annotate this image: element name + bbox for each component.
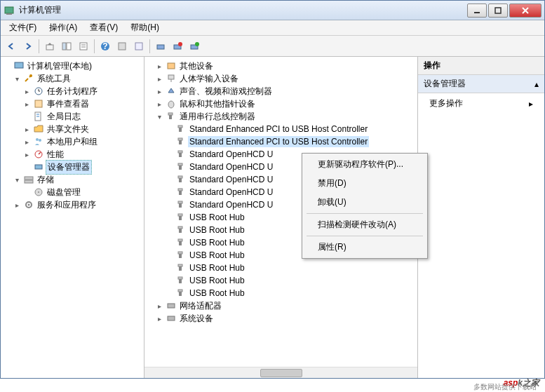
tree-event-viewer[interactable]: ▸事件查看器 [22,97,142,110]
svg-rect-14 [119,43,126,50]
svg-point-20 [195,42,199,46]
actions-header: 操作 [418,57,544,75]
expand-icon[interactable]: ▸ [154,302,164,310]
device-category-icon [175,149,187,160]
svg-point-22 [29,74,32,77]
svg-rect-16 [157,45,164,49]
device-category[interactable]: ▸系统设备 [154,312,417,325]
minimize-button[interactable] [467,4,487,18]
show-hide-button[interactable] [59,39,74,54]
device-category-icon [175,262,187,273]
expand-icon[interactable]: ▸ [22,138,32,146]
menu-view[interactable]: 查看(V) [84,20,123,35]
usb-device-item[interactable]: Standard Enhanced PCI to USB Host Contro… [164,123,417,135]
usb-device-item[interactable]: USB Root Hub [164,262,417,274]
tree-local-users[interactable]: ▸本地用户和组 [22,135,142,148]
device-category-icon [166,98,177,109]
collapse-icon[interactable]: ▾ [12,75,22,83]
svg-rect-9 [80,43,87,50]
collapse-icon[interactable]: ▾ [12,176,22,184]
svg-point-44 [168,101,174,108]
menu-action[interactable]: 操作(A) [43,20,83,35]
collapse-icon[interactable]: ▾ [154,113,164,121]
expand-icon[interactable]: ▸ [22,100,32,108]
device-category-icon [175,224,187,236]
clock-icon [33,86,44,97]
expand-icon[interactable]: ▸ [22,88,32,95]
tree-device-manager[interactable]: 设备管理器 [22,161,142,173]
svg-rect-72 [178,277,182,279]
expand-icon[interactable]: ▸ [12,201,22,209]
svg-rect-3 [495,8,501,13]
separator-icon [307,213,423,214]
device-category-icon [166,60,177,72]
ctx-scan-hardware[interactable]: 扫描检测硬件改动(A) [304,215,426,234]
event-icon [33,98,44,109]
usb-device-item[interactable]: Standard Enhanced PCI to USB Host Contro… [164,135,417,148]
content-area: 计算机管理(本地) ▾系统工具 ▸任务计划程序 ▸事件查看器 全局日志 ▸共享文… [1,57,544,378]
svg-rect-76 [168,316,175,320]
device-category[interactable]: ▸声音、视频和游戏控制器 [154,85,417,97]
expand-icon[interactable]: ▸ [154,62,164,70]
svg-rect-36 [25,180,33,183]
device-category[interactable]: ▸鼠标和其他指针设备 [154,97,417,110]
expand-icon[interactable]: ▸ [22,151,32,158]
ctx-uninstall[interactable]: 卸载(U) [304,193,426,212]
svg-rect-42 [168,75,174,79]
svg-rect-60 [178,201,182,203]
forward-button[interactable] [20,39,36,54]
tree-disk-management[interactable]: 磁盘管理 [22,186,142,198]
ctx-properties[interactable]: 属性(R) [304,238,426,257]
svg-rect-52 [178,151,182,153]
maximize-button[interactable] [488,4,508,18]
expand-icon[interactable]: ▸ [154,75,164,83]
device-category-icon [175,199,187,210]
usb-device-item[interactable]: USB Root Hub [164,274,417,287]
device-category[interactable]: ▸其他设备 [154,60,417,72]
menu-help[interactable]: 帮助(H) [125,20,165,35]
tree-system-tools[interactable]: ▾系统工具 [12,72,142,85]
up-button[interactable] [42,39,58,54]
scrollbar-thumb[interactable] [260,369,302,377]
properties-button[interactable] [76,39,91,54]
update-driver-button[interactable] [187,39,202,54]
svg-rect-68 [178,252,182,254]
ctx-disable[interactable]: 禁用(D) [304,174,426,193]
device-category[interactable]: ▸网络适配器 [154,299,417,312]
toolbar-button-2[interactable] [131,39,147,54]
device-category-icon [166,313,177,324]
device-category-icon [175,123,187,135]
more-actions[interactable]: 更多操作 ▸ [418,93,544,114]
back-button[interactable] [4,39,19,54]
menu-file[interactable]: 文件(F) [4,20,42,35]
tree-storage[interactable]: ▾存储 [12,173,142,186]
device-category[interactable]: ▸人体学输入设备 [154,72,417,85]
expand-icon[interactable]: ▸ [22,126,32,133]
actions-section[interactable]: 设备管理器 ▴ [418,75,544,93]
svg-point-31 [39,139,41,142]
device-category-icon [175,288,187,299]
scan-hardware-button[interactable] [153,39,168,54]
device-category-icon [175,136,187,147]
close-button[interactable] [509,4,541,18]
users-icon [33,136,44,147]
tree-root[interactable]: 计算机管理(本地) [2,60,142,72]
horizontal-scrollbar[interactable] [144,367,417,378]
device-category-icon [175,275,187,286]
tree-performance[interactable]: ▸性能 [22,148,142,161]
help-button[interactable]: ? [97,39,113,54]
tree-global-log[interactable]: 全局日志 [22,110,142,123]
device-icon [33,161,44,173]
usb-controllers-category[interactable]: ▾通用串行总线控制器 [154,110,417,123]
uninstall-button[interactable] [170,39,185,54]
tree-services[interactable]: ▸服务和应用程序 [12,198,142,211]
toolbar-button-1[interactable] [114,39,130,54]
usb-device-item[interactable]: USB Root Hub [164,287,417,299]
ctx-update-driver[interactable]: 更新驱动程序软件(P)... [304,155,426,174]
expand-icon[interactable]: ▸ [154,100,164,108]
tree-shared-folders[interactable]: ▸共享文件夹 [22,123,142,135]
tools-icon [23,73,34,84]
expand-icon[interactable]: ▸ [154,88,164,95]
expand-icon[interactable]: ▸ [154,315,164,323]
tree-task-scheduler[interactable]: ▸任务计划程序 [22,85,142,97]
